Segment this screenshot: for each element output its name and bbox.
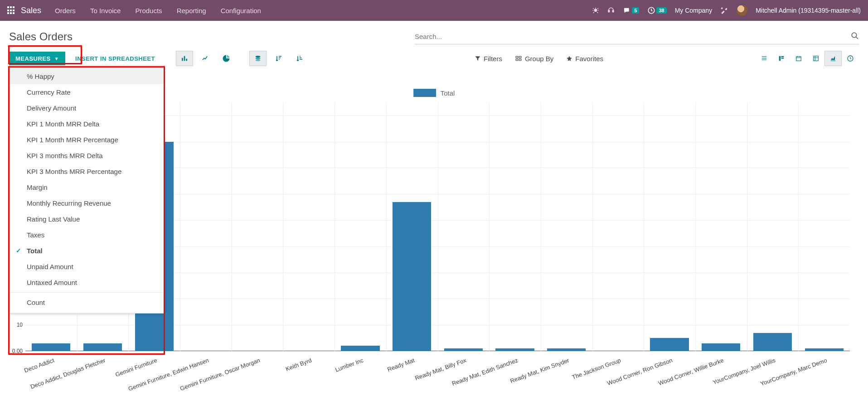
legend-label: Total bbox=[441, 89, 455, 97]
nav-products[interactable]: Products bbox=[135, 7, 162, 14]
chart-bar[interactable] bbox=[547, 348, 586, 351]
avatar[interactable] bbox=[737, 5, 747, 16]
nav-reporting[interactable]: Reporting bbox=[177, 7, 206, 14]
calendar-view-icon[interactable] bbox=[790, 51, 807, 66]
measure-option[interactable]: Unpaid Amount bbox=[10, 259, 165, 275]
measure-option[interactable]: Total bbox=[10, 243, 165, 259]
apps-icon[interactable] bbox=[7, 6, 15, 14]
stacked-icon[interactable] bbox=[249, 51, 267, 66]
measure-option[interactable]: % Happy bbox=[10, 68, 165, 84]
svg-point-9 bbox=[256, 58, 261, 59]
view-switch bbox=[756, 51, 859, 66]
measure-option[interactable]: Taxes bbox=[10, 227, 165, 243]
chart-bar[interactable] bbox=[495, 348, 534, 351]
x-tick-label: Gemini Furniture, Edwin Hansen bbox=[122, 357, 209, 394]
grid-line-v bbox=[541, 102, 541, 351]
bug-icon[interactable] bbox=[592, 6, 599, 15]
svg-rect-6 bbox=[184, 56, 185, 61]
y-tick-label: 10 bbox=[17, 322, 23, 328]
svg-point-8 bbox=[256, 56, 261, 58]
chart-bar[interactable] bbox=[393, 202, 431, 351]
svg-rect-5 bbox=[182, 58, 183, 61]
chart-bar[interactable] bbox=[341, 346, 379, 351]
measures-dropdown: % HappyCurrency RateDelivery AmountKPI 1… bbox=[9, 65, 165, 314]
x-tick-label: Wood Corner, Willie Burke bbox=[637, 357, 725, 394]
measures-label: MEASURES bbox=[15, 55, 51, 62]
x-tick-label: Ready Mat bbox=[328, 357, 416, 394]
clock-icon[interactable]: 38 bbox=[647, 6, 666, 14]
activity-view-icon[interactable] bbox=[842, 51, 859, 66]
chart-bar[interactable] bbox=[702, 343, 740, 351]
x-tick-label: Ready Mat, Billy Fox bbox=[380, 357, 467, 394]
search-input[interactable] bbox=[415, 33, 851, 40]
groupby-button[interactable]: Group By bbox=[515, 55, 553, 63]
measure-option-count[interactable]: Count bbox=[10, 294, 165, 310]
top-nav: Sales Orders To Invoice Products Reporti… bbox=[0, 0, 868, 21]
nav-orders[interactable]: Orders bbox=[55, 7, 76, 14]
messages-badge: 5 bbox=[632, 7, 639, 14]
legend-swatch bbox=[413, 89, 436, 97]
filters-button[interactable]: Filters bbox=[475, 55, 502, 63]
measure-option[interactable]: Rating Last Value bbox=[10, 211, 165, 227]
grid-line-v bbox=[747, 102, 747, 351]
grid-line-v bbox=[335, 102, 335, 351]
chart-bar[interactable] bbox=[650, 338, 689, 351]
grid-line-v bbox=[180, 102, 180, 351]
measure-option[interactable]: KPI 3 months MRR Delta bbox=[10, 148, 165, 164]
measures-button[interactable]: MEASURES ▼ bbox=[9, 52, 65, 66]
app-brand[interactable]: Sales bbox=[21, 6, 41, 15]
clock-badge: 38 bbox=[656, 7, 666, 14]
page-title: Sales Orders bbox=[9, 30, 73, 43]
company-name[interactable]: My Company bbox=[675, 7, 712, 14]
grid-line-v bbox=[644, 102, 644, 351]
sort-desc-icon[interactable] bbox=[270, 51, 287, 66]
svg-rect-7 bbox=[186, 59, 187, 61]
list-view-icon[interactable] bbox=[756, 51, 773, 66]
grid-line-v bbox=[798, 102, 799, 351]
pivot-view-icon[interactable] bbox=[807, 51, 824, 66]
nav-to-invoice[interactable]: To Invoice bbox=[90, 7, 121, 14]
headset-icon[interactable] bbox=[607, 6, 615, 15]
chart-bar[interactable] bbox=[32, 343, 70, 351]
chart-bar[interactable] bbox=[444, 348, 483, 351]
measure-option[interactable]: Currency Rate bbox=[10, 84, 165, 100]
x-tick-label: Gemini Furniture, Oscar Morgan bbox=[174, 357, 261, 394]
nav-configuration[interactable]: Configuration bbox=[221, 7, 261, 14]
grid-line-v bbox=[283, 102, 283, 351]
line-chart-icon[interactable] bbox=[197, 51, 214, 66]
measure-option[interactable]: Untaxed Amount bbox=[10, 275, 165, 290]
svg-rect-16 bbox=[762, 58, 767, 58]
measure-option[interactable]: KPI 1 Month MRR Delta bbox=[10, 116, 165, 132]
search-icon[interactable] bbox=[851, 32, 859, 42]
tools-icon[interactable] bbox=[720, 6, 728, 15]
insert-spreadsheet-button[interactable]: INSERT IN SPREADSHEET bbox=[69, 52, 161, 66]
grid-line-v bbox=[592, 102, 593, 351]
kanban-view-icon[interactable] bbox=[773, 51, 790, 66]
bar-chart-icon[interactable] bbox=[176, 51, 193, 66]
measure-option[interactable]: Margin bbox=[10, 179, 165, 195]
nav-links: Orders To Invoice Products Reporting Con… bbox=[55, 7, 261, 14]
grid-line-h bbox=[25, 351, 850, 352]
pie-chart-icon[interactable] bbox=[218, 51, 235, 66]
user-name[interactable]: Mitchell Admin (19314395-master-all) bbox=[756, 7, 861, 14]
measure-option[interactable]: Monthly Recurring Revenue bbox=[10, 195, 165, 211]
messages-icon[interactable]: 5 bbox=[623, 7, 639, 14]
search-bar[interactable] bbox=[415, 29, 859, 44]
graph-view-icon[interactable] bbox=[824, 51, 842, 66]
chart-bar[interactable] bbox=[753, 333, 792, 351]
x-tick-label: YourCompany, Joel Willis bbox=[689, 357, 776, 394]
measure-option[interactable]: KPI 3 Months MRR Percentage bbox=[10, 164, 165, 179]
measure-option[interactable]: KPI 1 Month MRR Percentage bbox=[10, 132, 165, 148]
svg-rect-17 bbox=[762, 59, 767, 60]
chart-bar[interactable] bbox=[83, 343, 122, 351]
x-tick-label: Wood Corner, Ron Gibson bbox=[586, 357, 673, 394]
chart-bar[interactable] bbox=[805, 348, 844, 351]
y-tick-label: 0.00 bbox=[12, 348, 23, 354]
measure-option[interactable]: Delivery Amount bbox=[10, 100, 165, 116]
x-tick-label: Deco Addict, Douglas Fletcher bbox=[19, 357, 107, 394]
svg-rect-20 bbox=[781, 58, 784, 58]
chart-legend: Total bbox=[413, 89, 455, 97]
x-tick-label: Ready Mat, Kim Snyder bbox=[483, 357, 570, 394]
sort-asc-icon[interactable] bbox=[291, 51, 308, 66]
favorites-button[interactable]: Favorites bbox=[566, 55, 603, 63]
